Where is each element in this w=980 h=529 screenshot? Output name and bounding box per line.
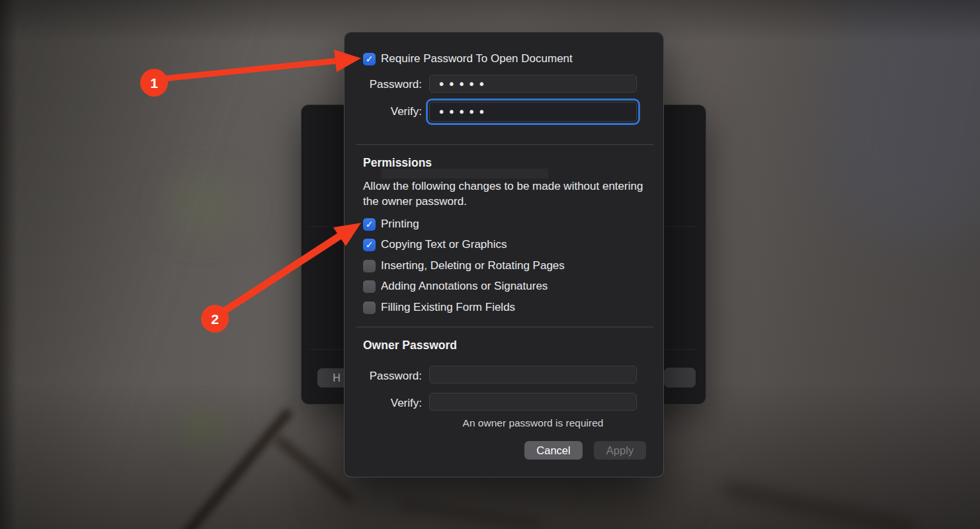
inserting-checkbox[interactable]: ✓ — [363, 260, 376, 272]
permission-row-printing[interactable]: ✓ Printing — [363, 218, 419, 231]
owner-verify-label: Verify: — [345, 397, 422, 410]
permissions-title: Permissions — [363, 156, 432, 170]
permission-label: Adding Annotations or Signatures — [381, 280, 548, 293]
require-password-checkbox[interactable]: ✓ — [363, 53, 376, 65]
copying-checkbox[interactable]: ✓ — [363, 239, 376, 251]
annotations-checkbox[interactable]: ✓ — [363, 280, 376, 293]
owner-verify-input[interactable] — [429, 393, 637, 411]
section-divider — [356, 144, 653, 145]
form-fields-checkbox[interactable]: ✓ — [363, 302, 376, 314]
permission-row-form-fields[interactable]: ✓ Filling Existing Form Fields — [363, 301, 515, 314]
require-password-label: Require Password To Open Document — [381, 52, 573, 65]
require-password-row[interactable]: ✓ Require Password To Open Document — [363, 52, 573, 65]
owner-password-input[interactable] — [429, 366, 637, 384]
printing-checkbox[interactable]: ✓ — [363, 218, 376, 231]
open-verify-input[interactable] — [429, 102, 637, 122]
hidden-button-partial[interactable] — [664, 368, 696, 387]
open-password-input[interactable] — [429, 75, 637, 93]
section-divider — [356, 327, 653, 327]
permission-label: Inserting, Deleting or Rotating Pages — [381, 259, 565, 272]
verify-focus-ring — [426, 99, 640, 125]
password-label: Password: — [345, 78, 422, 91]
permission-row-copying[interactable]: ✓ Copying Text or Graphics — [363, 238, 507, 251]
verify-label: Verify: — [345, 105, 422, 118]
check-icon: ✓ — [366, 54, 374, 63]
check-icon: ✓ — [366, 220, 374, 229]
cancel-button[interactable]: Cancel — [524, 441, 583, 460]
permission-label: Printing — [381, 218, 419, 231]
text-highlight-artifact — [382, 169, 548, 179]
permission-label: Filling Existing Form Fields — [381, 301, 515, 314]
permission-row-annotations[interactable]: ✓ Adding Annotations or Signatures — [363, 280, 548, 293]
owner-password-label: Password: — [345, 370, 422, 383]
permission-row-inserting[interactable]: ✓ Inserting, Deleting or Rotating Pages — [363, 259, 565, 272]
owner-password-title: Owner Password — [363, 339, 457, 352]
pdf-password-dialog: ✓ Require Password To Open Document Pass… — [344, 32, 664, 477]
permissions-description: Allow the following changes to be made w… — [363, 179, 649, 209]
owner-password-note: An owner password is required — [429, 417, 637, 429]
check-icon: ✓ — [366, 240, 374, 249]
permission-label: Copying Text or Graphics — [381, 238, 507, 251]
apply-button[interactable]: Apply — [594, 441, 646, 460]
